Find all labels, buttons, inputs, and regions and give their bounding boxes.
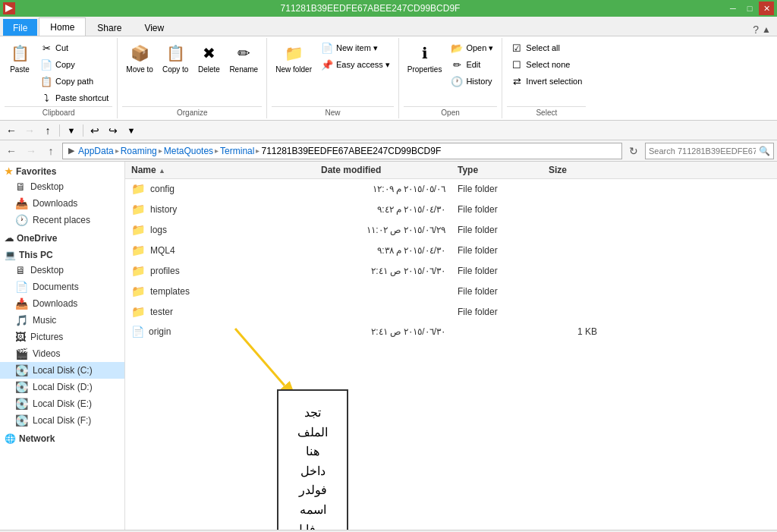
- expand-button[interactable]: ▼: [123, 122, 140, 139]
- select-all-button[interactable]: ☑ Select all: [507, 39, 586, 56]
- sidebar-item-desktop-pc[interactable]: 🖥 Desktop: [0, 262, 124, 279]
- sidebar-item-local-disk-e[interactable]: 💽 Local Disk (E:): [0, 395, 124, 412]
- forward-button[interactable]: →: [21, 122, 38, 139]
- sidebar-header-favorites[interactable]: ★ Favorites: [0, 165, 124, 178]
- maximize-button[interactable]: □: [742, 2, 757, 15]
- delete-button[interactable]: ✖ Delete: [193, 39, 224, 77]
- organize-group: 📦 Move to 📋 Copy to ✖ Delete ✏ Rename Or…: [118, 38, 267, 118]
- refresh-button[interactable]: ↻: [625, 143, 642, 159]
- nav-back-button[interactable]: ←: [3, 143, 20, 159]
- sidebar-item-local-disk-f[interactable]: 💽 Local Disk (F:): [0, 412, 124, 429]
- sidebar-header-onedrive[interactable]: ☁ OneDrive: [0, 231, 124, 245]
- sidebar-item-downloads-pc[interactable]: 📥 Downloads: [0, 295, 124, 312]
- nav-forward-button[interactable]: →: [23, 143, 39, 159]
- column-header-type[interactable]: Type: [451, 163, 543, 177]
- copy-to-button[interactable]: 📋 Copy to: [159, 39, 192, 77]
- column-header-date[interactable]: Date modified: [315, 163, 451, 177]
- undo-button[interactable]: ↩: [87, 122, 103, 139]
- open-label: Open: [404, 106, 498, 117]
- sidebar-item-documents[interactable]: 📄 Documents: [0, 279, 124, 295]
- copy-path-button[interactable]: 📋 Copy path: [36, 73, 112, 90]
- paste-button[interactable]: 📋 Paste: [5, 39, 35, 77]
- desktop-fav-icon: 🖥: [15, 181, 26, 193]
- up-button[interactable]: ↑: [39, 122, 56, 139]
- breadcrumb-terminal[interactable]: Terminal: [220, 146, 254, 156]
- table-row[interactable]: 📄origin ٢٠١٥/٠٦/٣٠ ص ٢:٤١ 1 KB: [125, 323, 777, 342]
- breadcrumb-roaming[interactable]: Roaming: [121, 146, 157, 156]
- favorites-icon: ★: [5, 166, 13, 177]
- back-button[interactable]: ←: [3, 122, 20, 139]
- sidebar-item-local-disk-c[interactable]: 💽 Local Disk (C:): [0, 362, 124, 379]
- copy-button[interactable]: 📄 Copy: [36, 56, 112, 73]
- tab-file[interactable]: File: [3, 19, 37, 36]
- minimize-button[interactable]: ─: [725, 2, 741, 15]
- sidebar-item-local-disk-d[interactable]: 💽 Local Disk (D:): [0, 379, 124, 395]
- table-row[interactable]: 📁templates File folder: [125, 282, 777, 302]
- redo-button[interactable]: ↪: [105, 122, 121, 139]
- select-none-button[interactable]: ☐ Select none: [507, 56, 586, 73]
- collapse-ribbon-button[interactable]: ▲: [762, 24, 771, 35]
- invert-selection-icon: ⇄: [511, 75, 523, 87]
- select-all-icon: ☑: [511, 42, 523, 54]
- sidebar-header-thispc[interactable]: 💻 This PC: [0, 248, 124, 262]
- easy-access-button[interactable]: 📌 Easy access ▾: [317, 56, 394, 73]
- tab-share[interactable]: Share: [86, 19, 133, 36]
- nav-up-button[interactable]: ↑: [42, 143, 59, 159]
- folder-icon: 📁: [131, 305, 146, 319]
- open-button[interactable]: 📂 Open ▾: [447, 39, 497, 56]
- breadcrumb-current: 711281B39EEDFE67ABEE247CD99BCD9F: [261, 146, 441, 156]
- tab-home[interactable]: Home: [39, 17, 86, 36]
- sidebar-item-desktop-fav[interactable]: 🖥 Desktop: [0, 178, 124, 195]
- history-button[interactable]: 🕐 History: [447, 73, 497, 90]
- table-row[interactable]: 📁logs ٢٠١٥/٠٦/٢٩ ص ١١:٠٢ File folder: [125, 220, 777, 241]
- table-row[interactable]: 📁MQL4 ٢٠١٥/٠٤/٣٠ م ٩:٣٨ File folder: [125, 241, 777, 261]
- cut-icon: ✂: [40, 42, 52, 54]
- table-row[interactable]: 📁tester File folder: [125, 302, 777, 323]
- invert-selection-button[interactable]: ⇄ Invert selection: [507, 73, 586, 90]
- table-row[interactable]: 📁history ٢٠١٥/٠٤/٣٠ م ٩:٤٢ File folder: [125, 200, 777, 220]
- select-label: Select: [507, 106, 586, 117]
- cut-button[interactable]: ✂ Cut: [36, 39, 112, 56]
- sidebar-item-recent-places[interactable]: 🕐 Recent places: [0, 212, 124, 228]
- breadcrumb-appdata[interactable]: AppData: [78, 146, 114, 156]
- network-icon: 🌐: [5, 433, 16, 444]
- ribbon-tabs: File Home Share View ? ▲: [0, 17, 777, 36]
- local-disk-c-icon: 💽: [15, 364, 28, 376]
- table-row[interactable]: 📁profiles ٢٠١٥/٠٦/٣٠ ص ٢:٤١ File folder: [125, 261, 777, 282]
- new-group: 📁 New folder 📄 New item ▾ 📌 Easy access …: [267, 38, 399, 118]
- sidebar-item-downloads-fav[interactable]: 📥 Downloads: [0, 195, 124, 212]
- toolbar-separator2: [83, 124, 83, 137]
- tab-view[interactable]: View: [133, 19, 175, 36]
- sidebar-item-pictures[interactable]: 🖼 Pictures: [0, 329, 124, 345]
- folder-icon: 📁: [131, 203, 146, 216]
- ribbon: 📋 Paste ✂ Cut 📄 Copy 📋 Copy path ⤵: [0, 36, 777, 121]
- music-icon: 🎵: [15, 314, 28, 326]
- table-row[interactable]: 📁config ٢٠١٥/٠٥/٠٦ م ١٢:٠٩ File folder: [125, 179, 777, 200]
- move-to-button[interactable]: 📦 Move to: [122, 39, 157, 77]
- sidebar-item-music[interactable]: 🎵 Music: [0, 312, 124, 329]
- sidebar-item-videos[interactable]: 🎬 Videos: [0, 345, 124, 362]
- column-header-size[interactable]: Size: [543, 163, 603, 177]
- address-expand-button[interactable]: ▶: [66, 143, 77, 159]
- paste-shortcut-button[interactable]: ⤵ Paste shortcut: [36, 90, 112, 106]
- local-disk-e-icon: 💽: [15, 398, 28, 410]
- help-button[interactable]: ?: [753, 24, 759, 36]
- search-icon[interactable]: 🔍: [759, 146, 770, 156]
- folder-icon: 📁: [131, 244, 146, 257]
- new-item-button[interactable]: 📄 New item ▾: [317, 39, 394, 56]
- search-box[interactable]: 🔍: [645, 143, 774, 159]
- toolbar: ← → ↑ ▼ ↩ ↪ ▼: [0, 121, 777, 140]
- edit-button[interactable]: ✏ Edit: [447, 56, 497, 73]
- new-folder-button[interactable]: 📁 New folder: [272, 39, 316, 77]
- address-bar[interactable]: ▶ AppData ▸ Roaming ▸ MetaQuotes ▸ Termi…: [62, 143, 622, 159]
- recent-locations-button[interactable]: ▼: [63, 122, 80, 139]
- column-header-name[interactable]: Name ▲: [125, 163, 315, 177]
- rename-button[interactable]: ✏ Rename: [225, 39, 262, 77]
- close-button[interactable]: ✕: [759, 2, 774, 15]
- breadcrumb-metaquotes[interactable]: MetaQuotes: [164, 146, 213, 156]
- search-input[interactable]: [649, 146, 756, 156]
- rename-icon: ✏: [233, 42, 254, 64]
- clipboard-label: Clipboard: [5, 106, 112, 117]
- properties-button[interactable]: ℹ Properties: [404, 39, 446, 77]
- sidebar-header-network[interactable]: 🌐 Network: [0, 432, 124, 445]
